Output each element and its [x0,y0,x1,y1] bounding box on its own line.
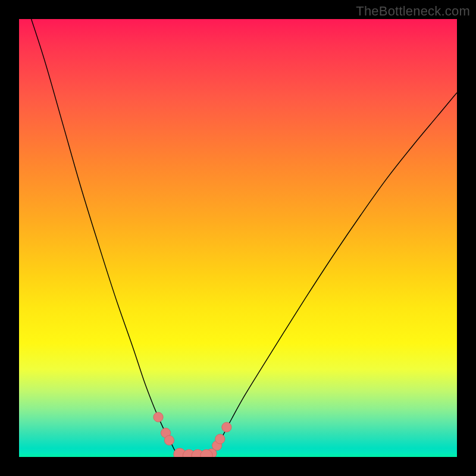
marker-dot [222,422,231,432]
chart-frame: TheBottleneck.com [0,0,476,476]
markers-group [154,412,231,457]
curve-left-branch [32,19,178,456]
watermark-text: TheBottleneck.com [356,4,470,19]
curve-group [32,19,457,456]
marker-dot [215,434,225,444]
marker-dot [154,412,163,422]
curve-right-branch [212,93,457,456]
marker-dot [164,436,174,445]
chart-svg [19,19,457,457]
plot-area [19,19,457,457]
